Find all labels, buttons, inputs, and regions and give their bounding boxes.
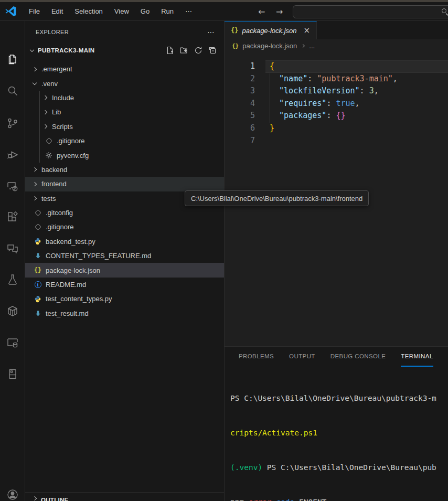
tree-label: tests (41, 195, 56, 202)
breadcrumb[interactable]: {} package-lock.json ... (225, 39, 448, 52)
tree-file-test-content-types-py[interactable]: test_content_types.py (25, 292, 224, 306)
chevron-right-icon (301, 44, 305, 47)
run-debug-icon[interactable] (6, 148, 19, 161)
menu-selection[interactable]: Selection (70, 5, 107, 17)
python-file-icon (34, 295, 42, 303)
remote-explorer-icon[interactable] (6, 180, 19, 193)
tree-file-content-types-md[interactable]: CONTENT_TYPES_FEATURE.md (25, 249, 224, 263)
breadcrumb-file[interactable]: package-lock.json (242, 42, 297, 50)
tree-file-readme-md[interactable]: README.md (25, 278, 224, 292)
json-file-icon: {} (232, 42, 239, 49)
terminal-line: (.venv) PS C:\Users\Bilal\OneDrive\Burea… (230, 462, 448, 473)
menu-edit[interactable]: Edit (47, 5, 68, 17)
tree-folder-frontend[interactable]: frontend (25, 177, 224, 191)
tab-terminal[interactable]: TERMINAL (401, 347, 433, 367)
tree-folder-include[interactable]: Include (25, 91, 224, 105)
menu-view[interactable]: View (110, 5, 134, 17)
menu-more[interactable]: ⋯ (180, 5, 197, 17)
tree-file-pyvenv-cfg[interactable]: pyvenv.cfg (25, 148, 224, 162)
close-icon[interactable]: × (304, 26, 311, 35)
explorer-title: EXPLORER (36, 29, 69, 35)
tree-label: .gitconfig (46, 209, 73, 217)
section-label: PUBTRACK3-MAIN (38, 47, 94, 54)
chevron-right-icon (33, 67, 37, 71)
code-line-1[interactable]: 1 { (225, 60, 448, 73)
tree-file-test-result-md[interactable]: test_result.md (25, 306, 224, 321)
line-number: 5 (225, 110, 255, 122)
python-file-icon (34, 237, 42, 246)
outline-section-header[interactable]: OUTLINE (25, 492, 225, 501)
line-number: 6 (225, 122, 255, 135)
search-icon[interactable] (6, 84, 19, 97)
tree-folder-emergent[interactable]: .emergent (25, 62, 224, 76)
json-file-icon: {} (34, 266, 42, 274)
chevron-right-icon (33, 496, 37, 500)
code-editor[interactable]: 1 { 2 "name": "pubtrack3-main", 3 "lockf… (225, 52, 448, 147)
explorer-icon[interactable] (6, 53, 19, 66)
chevron-right-icon (33, 196, 37, 200)
tree-file-backend-test-py[interactable]: backend_test.py (25, 234, 224, 249)
folder-section-header[interactable]: PUBTRACK3-MAIN (25, 43, 224, 58)
line-number: 4 (225, 98, 255, 110)
tab-problems[interactable]: PROBLEMS (239, 347, 274, 367)
testing-icon[interactable] (6, 273, 19, 286)
git-file-icon (34, 223, 42, 231)
code-line-6[interactable]: 6 } (225, 122, 448, 135)
source-control-icon[interactable] (6, 117, 19, 130)
terminal-line: npm error code ENOENT (230, 496, 448, 501)
tree-folder-lib[interactable]: Lib (25, 105, 224, 119)
nav-back-icon[interactable]: ← (258, 7, 265, 17)
chat-icon[interactable] (6, 242, 19, 255)
code-line-2[interactable]: 2 "name": "pubtrack3-main", (225, 73, 448, 86)
new-file-icon[interactable] (166, 46, 174, 55)
info-file-icon (34, 281, 42, 289)
database-icon[interactable] (6, 336, 19, 349)
tree-label: CONTENT_TYPES_FEATURE.md (46, 252, 151, 260)
tree-label: package-lock.json (46, 267, 100, 274)
line-number: 3 (225, 85, 255, 98)
tab-package-lock-json[interactable]: {} package-lock.json × (225, 21, 317, 39)
tree-file-gitignore-venv[interactable]: .gitignore (25, 134, 224, 148)
code-line-3[interactable]: 3 "lockfileVersion": 3, (225, 85, 448, 98)
tree-folder-backend[interactable]: backend (25, 163, 224, 177)
tree-file-package-lock-json[interactable]: {} package-lock.json (25, 263, 224, 277)
chevron-down-icon (33, 80, 37, 84)
tree-folder-scripts[interactable]: Scripts (25, 120, 224, 134)
tab-output[interactable]: OUTPUT (289, 347, 315, 367)
chevron-right-icon (43, 95, 47, 100)
code-line-7[interactable]: 7 (225, 135, 448, 147)
menu-go[interactable]: Go (136, 5, 154, 17)
sidebar-header: EXPLORER ⋯ (25, 21, 224, 43)
tree-label: backend (41, 166, 67, 174)
bottom-panel: PROBLEMS OUTPUT DEBUG CONSOLE TERMINAL P… (225, 346, 448, 501)
vscode-logo-icon (5, 5, 17, 17)
tab-bar: {} package-lock.json × (225, 21, 448, 39)
client-icon[interactable] (6, 368, 19, 380)
breadcrumb-more[interactable]: ... (309, 42, 315, 50)
containers-icon[interactable] (6, 305, 19, 317)
chevron-right-icon (43, 124, 47, 129)
terminal-output[interactable]: PS C:\Users\Bilal\OneDrive\Bureau\pubtra… (225, 367, 448, 501)
line-number: 1 (225, 60, 255, 73)
nav-forward-icon[interactable]: → (276, 7, 283, 17)
tab-debug-console[interactable]: DEBUG CONSOLE (330, 347, 386, 367)
tree-label: test_result.md (46, 310, 89, 317)
menu-run[interactable]: Run (156, 5, 178, 17)
explorer-more-actions[interactable]: ⋯ (207, 28, 215, 36)
new-folder-icon[interactable] (180, 46, 188, 55)
tree-file-gitconfig[interactable]: .gitconfig (25, 206, 224, 220)
tree-label: .gitignore (57, 137, 84, 145)
command-center-search[interactable] (293, 5, 448, 18)
code-line-4[interactable]: 4 "requires": true, (225, 98, 448, 110)
collapse-all-icon[interactable] (208, 46, 217, 55)
refresh-icon[interactable] (194, 46, 202, 55)
tree-label: backend_test.py (46, 238, 95, 246)
outline-label: OUTLINE (41, 497, 69, 501)
extensions-icon[interactable] (6, 210, 19, 223)
accounts-icon[interactable] (6, 488, 19, 501)
tree-file-gitignore[interactable]: .gitignore (25, 220, 224, 234)
tree-folder-venv[interactable]: .venv (25, 76, 224, 90)
menu-file[interactable]: File (24, 5, 45, 17)
code-line-5[interactable]: 5 "packages": {} (225, 110, 448, 122)
tree-label: test_content_types.py (46, 295, 112, 303)
